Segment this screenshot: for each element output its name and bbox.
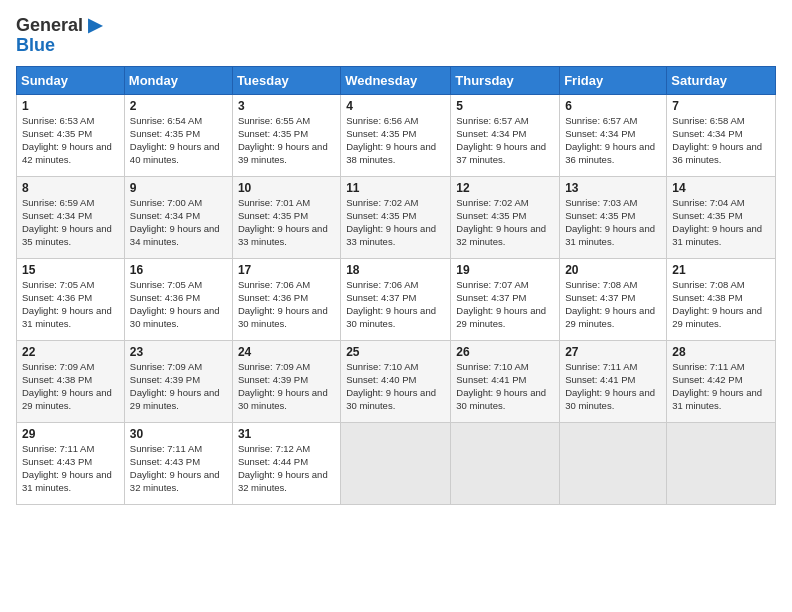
- calendar-cell: 17 Sunrise: 7:06 AM Sunset: 4:36 PM Dayl…: [232, 258, 340, 340]
- header-monday: Monday: [124, 66, 232, 94]
- day-info: Sunrise: 6:57 AM Sunset: 4:34 PM Dayligh…: [456, 114, 554, 167]
- day-number: 29: [22, 427, 119, 441]
- day-info: Sunrise: 7:05 AM Sunset: 4:36 PM Dayligh…: [22, 278, 119, 331]
- header-thursday: Thursday: [451, 66, 560, 94]
- day-info: Sunrise: 7:04 AM Sunset: 4:35 PM Dayligh…: [672, 196, 770, 249]
- day-info: Sunrise: 7:02 AM Sunset: 4:35 PM Dayligh…: [346, 196, 445, 249]
- logo-blue: ▶: [83, 15, 102, 35]
- calendar-cell: 1 Sunrise: 6:53 AM Sunset: 4:35 PM Dayli…: [17, 94, 125, 176]
- calendar-week-5: 29 Sunrise: 7:11 AM Sunset: 4:43 PM Dayl…: [17, 422, 776, 504]
- day-info: Sunrise: 7:06 AM Sunset: 4:36 PM Dayligh…: [238, 278, 335, 331]
- day-number: 31: [238, 427, 335, 441]
- day-info: Sunrise: 6:55 AM Sunset: 4:35 PM Dayligh…: [238, 114, 335, 167]
- day-number: 19: [456, 263, 554, 277]
- day-info: Sunrise: 7:00 AM Sunset: 4:34 PM Dayligh…: [130, 196, 227, 249]
- calendar-cell: [341, 422, 451, 504]
- calendar-cell: [667, 422, 776, 504]
- calendar-cell: 22 Sunrise: 7:09 AM Sunset: 4:38 PM Dayl…: [17, 340, 125, 422]
- calendar-cell: 12 Sunrise: 7:02 AM Sunset: 4:35 PM Dayl…: [451, 176, 560, 258]
- day-number: 16: [130, 263, 227, 277]
- day-number: 15: [22, 263, 119, 277]
- day-info: Sunrise: 7:02 AM Sunset: 4:35 PM Dayligh…: [456, 196, 554, 249]
- day-number: 23: [130, 345, 227, 359]
- day-info: Sunrise: 7:09 AM Sunset: 4:39 PM Dayligh…: [130, 360, 227, 413]
- calendar-cell: 11 Sunrise: 7:02 AM Sunset: 4:35 PM Dayl…: [341, 176, 451, 258]
- day-info: Sunrise: 7:03 AM Sunset: 4:35 PM Dayligh…: [565, 196, 661, 249]
- day-number: 27: [565, 345, 661, 359]
- day-number: 9: [130, 181, 227, 195]
- day-info: Sunrise: 7:10 AM Sunset: 4:41 PM Dayligh…: [456, 360, 554, 413]
- day-number: 1: [22, 99, 119, 113]
- day-info: Sunrise: 6:58 AM Sunset: 4:34 PM Dayligh…: [672, 114, 770, 167]
- calendar-cell: 8 Sunrise: 6:59 AM Sunset: 4:34 PM Dayli…: [17, 176, 125, 258]
- day-info: Sunrise: 7:11 AM Sunset: 4:43 PM Dayligh…: [130, 442, 227, 495]
- calendar-cell: 10 Sunrise: 7:01 AM Sunset: 4:35 PM Dayl…: [232, 176, 340, 258]
- header-sunday: Sunday: [17, 66, 125, 94]
- calendar-cell: 9 Sunrise: 7:00 AM Sunset: 4:34 PM Dayli…: [124, 176, 232, 258]
- calendar-cell: 19 Sunrise: 7:07 AM Sunset: 4:37 PM Dayl…: [451, 258, 560, 340]
- day-number: 8: [22, 181, 119, 195]
- day-info: Sunrise: 7:07 AM Sunset: 4:37 PM Dayligh…: [456, 278, 554, 331]
- logo: General ▶ Blue: [16, 16, 102, 56]
- calendar-cell: 31 Sunrise: 7:12 AM Sunset: 4:44 PM Dayl…: [232, 422, 340, 504]
- day-info: Sunrise: 6:54 AM Sunset: 4:35 PM Dayligh…: [130, 114, 227, 167]
- day-info: Sunrise: 7:12 AM Sunset: 4:44 PM Dayligh…: [238, 442, 335, 495]
- day-info: Sunrise: 7:11 AM Sunset: 4:41 PM Dayligh…: [565, 360, 661, 413]
- calendar-week-4: 22 Sunrise: 7:09 AM Sunset: 4:38 PM Dayl…: [17, 340, 776, 422]
- day-info: Sunrise: 7:08 AM Sunset: 4:37 PM Dayligh…: [565, 278, 661, 331]
- calendar-cell: 20 Sunrise: 7:08 AM Sunset: 4:37 PM Dayl…: [560, 258, 667, 340]
- day-number: 26: [456, 345, 554, 359]
- calendar-table: SundayMondayTuesdayWednesdayThursdayFrid…: [16, 66, 776, 505]
- calendar-cell: 16 Sunrise: 7:05 AM Sunset: 4:36 PM Dayl…: [124, 258, 232, 340]
- day-info: Sunrise: 6:53 AM Sunset: 4:35 PM Dayligh…: [22, 114, 119, 167]
- day-info: Sunrise: 7:08 AM Sunset: 4:38 PM Dayligh…: [672, 278, 770, 331]
- day-number: 10: [238, 181, 335, 195]
- calendar-cell: 24 Sunrise: 7:09 AM Sunset: 4:39 PM Dayl…: [232, 340, 340, 422]
- calendar-week-1: 1 Sunrise: 6:53 AM Sunset: 4:35 PM Dayli…: [17, 94, 776, 176]
- day-number: 18: [346, 263, 445, 277]
- day-number: 24: [238, 345, 335, 359]
- day-info: Sunrise: 7:11 AM Sunset: 4:42 PM Dayligh…: [672, 360, 770, 413]
- calendar-week-3: 15 Sunrise: 7:05 AM Sunset: 4:36 PM Dayl…: [17, 258, 776, 340]
- logo-blue-text: Blue: [16, 36, 55, 56]
- day-number: 6: [565, 99, 661, 113]
- logo-general: General ▶: [16, 16, 102, 36]
- day-info: Sunrise: 7:09 AM Sunset: 4:39 PM Dayligh…: [238, 360, 335, 413]
- day-info: Sunrise: 6:56 AM Sunset: 4:35 PM Dayligh…: [346, 114, 445, 167]
- day-info: Sunrise: 7:06 AM Sunset: 4:37 PM Dayligh…: [346, 278, 445, 331]
- calendar-cell: 4 Sunrise: 6:56 AM Sunset: 4:35 PM Dayli…: [341, 94, 451, 176]
- header-saturday: Saturday: [667, 66, 776, 94]
- calendar-cell: 15 Sunrise: 7:05 AM Sunset: 4:36 PM Dayl…: [17, 258, 125, 340]
- header-wednesday: Wednesday: [341, 66, 451, 94]
- day-number: 11: [346, 181, 445, 195]
- day-number: 25: [346, 345, 445, 359]
- calendar-cell: 13 Sunrise: 7:03 AM Sunset: 4:35 PM Dayl…: [560, 176, 667, 258]
- calendar-cell: 29 Sunrise: 7:11 AM Sunset: 4:43 PM Dayl…: [17, 422, 125, 504]
- day-info: Sunrise: 7:09 AM Sunset: 4:38 PM Dayligh…: [22, 360, 119, 413]
- calendar-cell: 28 Sunrise: 7:11 AM Sunset: 4:42 PM Dayl…: [667, 340, 776, 422]
- calendar-cell: [560, 422, 667, 504]
- day-info: Sunrise: 6:59 AM Sunset: 4:34 PM Dayligh…: [22, 196, 119, 249]
- day-number: 5: [456, 99, 554, 113]
- calendar-cell: 3 Sunrise: 6:55 AM Sunset: 4:35 PM Dayli…: [232, 94, 340, 176]
- day-info: Sunrise: 6:57 AM Sunset: 4:34 PM Dayligh…: [565, 114, 661, 167]
- calendar-cell: 5 Sunrise: 6:57 AM Sunset: 4:34 PM Dayli…: [451, 94, 560, 176]
- calendar-cell: 6 Sunrise: 6:57 AM Sunset: 4:34 PM Dayli…: [560, 94, 667, 176]
- header-tuesday: Tuesday: [232, 66, 340, 94]
- day-number: 21: [672, 263, 770, 277]
- calendar-cell: [451, 422, 560, 504]
- calendar-cell: 7 Sunrise: 6:58 AM Sunset: 4:34 PM Dayli…: [667, 94, 776, 176]
- calendar-cell: 21 Sunrise: 7:08 AM Sunset: 4:38 PM Dayl…: [667, 258, 776, 340]
- logo-text-block: General ▶ Blue: [16, 16, 102, 56]
- calendar-cell: 2 Sunrise: 6:54 AM Sunset: 4:35 PM Dayli…: [124, 94, 232, 176]
- day-number: 30: [130, 427, 227, 441]
- day-number: 7: [672, 99, 770, 113]
- calendar-cell: 25 Sunrise: 7:10 AM Sunset: 4:40 PM Dayl…: [341, 340, 451, 422]
- calendar-cell: 27 Sunrise: 7:11 AM Sunset: 4:41 PM Dayl…: [560, 340, 667, 422]
- day-number: 22: [22, 345, 119, 359]
- header: General ▶ Blue: [16, 16, 776, 56]
- day-number: 20: [565, 263, 661, 277]
- calendar-cell: 26 Sunrise: 7:10 AM Sunset: 4:41 PM Dayl…: [451, 340, 560, 422]
- calendar-cell: 18 Sunrise: 7:06 AM Sunset: 4:37 PM Dayl…: [341, 258, 451, 340]
- header-friday: Friday: [560, 66, 667, 94]
